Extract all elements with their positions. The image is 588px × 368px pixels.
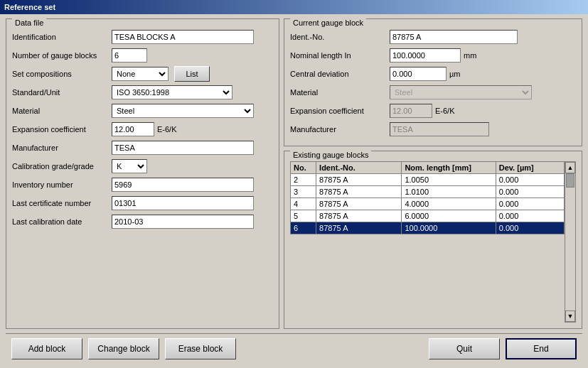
cell-no: 3: [291, 186, 316, 198]
num-gauge-blocks-input[interactable]: [112, 48, 147, 63]
cg-manufacturer-row: Manufacturer: [290, 121, 576, 137]
cg-deviation-label: Central deviation: [290, 70, 390, 78]
gauge-blocks-table: No. Ident.-No. Nom. length [mm] Dev. [µm…: [290, 161, 565, 234]
last-cert-row: Last certificate number: [12, 195, 273, 211]
quit-button[interactable]: Quit: [429, 338, 500, 359]
cg-ident-row: Ident.-No.: [290, 29, 576, 45]
cell-no: 6: [291, 222, 316, 234]
cell-ident: 87875 A: [316, 186, 402, 198]
table-row-selected[interactable]: 6 87875 A 100.0000 0.000: [291, 222, 565, 234]
standard-unit-value: ISO 3650:1998: [112, 85, 273, 99]
change-block-button[interactable]: Change block: [88, 338, 159, 359]
expansion-unit: E-6/K: [157, 125, 177, 134]
cg-expansion-label: Expansion coefficient: [290, 107, 390, 115]
add-block-button[interactable]: Add block: [11, 338, 82, 359]
cell-nom-length: 1.0050: [402, 174, 496, 186]
last-cert-value: [112, 196, 273, 210]
right-panel: Current gauge block Ident.-No. Nominal l…: [284, 18, 582, 329]
last-calib-date-row: Last calibration date: [12, 214, 273, 229]
table-row[interactable]: 2 87875 A 1.0050 0.000: [291, 174, 565, 186]
cg-deviation-input[interactable]: [390, 67, 447, 81]
cg-nominal-label: Nominal length In: [290, 51, 390, 60]
expansion-value: E-6/K: [112, 122, 273, 136]
cg-expansion-input: [390, 104, 432, 118]
end-button[interactable]: End: [506, 338, 577, 359]
identification-row: Identification: [12, 29, 273, 45]
expansion-input[interactable]: [112, 122, 154, 136]
calibration-grade-value: K: [112, 159, 273, 173]
cell-dev: 0.000: [496, 174, 564, 186]
last-cert-label: Last certificate number: [12, 199, 112, 207]
cg-manufacturer-input: [390, 122, 489, 136]
cg-expansion-unit: E-6/K: [435, 107, 455, 115]
cell-nom-length: 1.0100: [402, 186, 496, 198]
material-select[interactable]: Steel: [112, 104, 254, 118]
manufacturer-input[interactable]: [112, 141, 254, 155]
cg-expansion-row: Expansion coefficient E-6/K: [290, 103, 576, 119]
inventory-number-row: Inventory number: [12, 177, 273, 193]
inventory-number-label: Inventory number: [12, 180, 112, 189]
calibration-grade-select[interactable]: K: [112, 159, 147, 173]
last-calib-date-label: Last calibration date: [12, 217, 112, 226]
cell-no: 4: [291, 198, 316, 210]
cg-ident-value: [390, 30, 576, 44]
cg-nominal-row: Nominal length In mm: [290, 48, 576, 63]
scroll-track: [565, 173, 575, 310]
scroll-thumb[interactable]: [566, 173, 574, 188]
cell-dev: 0.000: [496, 186, 564, 198]
table-row[interactable]: 5 87875 A 6.0000 0.000: [291, 210, 565, 222]
identification-input[interactable]: [112, 30, 254, 44]
table-scroll-area: No. Ident.-No. Nom. length [mm] Dev. [µm…: [290, 161, 565, 323]
cg-deviation-unit: µm: [449, 70, 461, 78]
existing-gauge-blocks-label: Existing gauge blocks: [290, 151, 371, 159]
manufacturer-row: Manufacturer: [12, 140, 273, 156]
bottom-bar: Add block Change block Erase block Quit …: [6, 333, 582, 364]
expansion-row: Expansion coefficient E-6/K: [12, 121, 273, 137]
cg-material-label: Material: [290, 88, 390, 97]
scroll-up-btn[interactable]: ▲: [565, 162, 575, 173]
last-calib-date-input[interactable]: [112, 215, 254, 229]
num-gauge-blocks-value: [112, 48, 273, 63]
cg-deviation-row: Central deviation µm: [290, 66, 576, 82]
set-compositions-row: Set compositions None List: [12, 66, 273, 82]
set-compositions-select[interactable]: None: [112, 67, 169, 81]
cell-ident: 87875 A: [316, 198, 402, 210]
table-row[interactable]: 3 87875 A 1.0100 0.000: [291, 186, 565, 198]
cell-dev: 0.000: [496, 210, 564, 222]
standard-unit-select[interactable]: ISO 3650:1998: [112, 85, 232, 99]
existing-gauge-blocks-group: Existing gauge blocks No. Ident.-No. Nom…: [284, 151, 582, 329]
cg-nominal-input[interactable]: [390, 48, 461, 63]
cell-dev: 0.000: [496, 222, 564, 234]
data-file-label: Data file: [12, 18, 46, 27]
last-cert-input[interactable]: [112, 196, 254, 210]
num-gauge-blocks-row: Number of gauge blocks: [12, 48, 273, 63]
cell-ident: 87875 A: [316, 210, 402, 222]
erase-block-button[interactable]: Erase block: [165, 338, 236, 359]
list-button[interactable]: List: [174, 66, 210, 82]
window-title: Reference set: [4, 3, 55, 11]
cg-material-row: Material Steel: [290, 85, 576, 100]
col-no: No.: [291, 162, 316, 174]
scrollbar[interactable]: ▲ ▼: [565, 161, 576, 323]
cg-material-value: Steel: [390, 85, 576, 99]
scroll-down-btn[interactable]: ▼: [565, 310, 575, 322]
material-label: Material: [12, 107, 112, 115]
reference-set-window: Reference set Data file Identification N…: [0, 0, 588, 368]
manufacturer-label: Manufacturer: [12, 144, 112, 152]
current-gauge-block-label: Current gauge block: [290, 18, 366, 27]
current-gauge-block-group: Current gauge block Ident.-No. Nominal l…: [284, 18, 582, 146]
cg-material-select[interactable]: Steel: [390, 85, 532, 99]
col-dev: Dev. [µm]: [496, 162, 564, 174]
content-area: Data file Identification Number of gauge…: [0, 14, 588, 368]
inventory-number-input[interactable]: [112, 178, 254, 192]
table-row[interactable]: 4 87875 A 4.0000 0.000: [291, 198, 565, 210]
identification-value: [112, 30, 273, 44]
cg-nominal-value: mm: [390, 48, 576, 63]
title-bar: Reference set: [0, 0, 588, 14]
cg-expansion-value: E-6/K: [390, 104, 576, 118]
cg-ident-input[interactable]: [390, 30, 518, 44]
calibration-grade-label: Calibration grade/grade: [12, 162, 112, 171]
inventory-number-value: [112, 178, 273, 192]
cell-ident: 87875 A: [316, 222, 402, 234]
col-nom-length: Nom. length [mm]: [402, 162, 496, 174]
